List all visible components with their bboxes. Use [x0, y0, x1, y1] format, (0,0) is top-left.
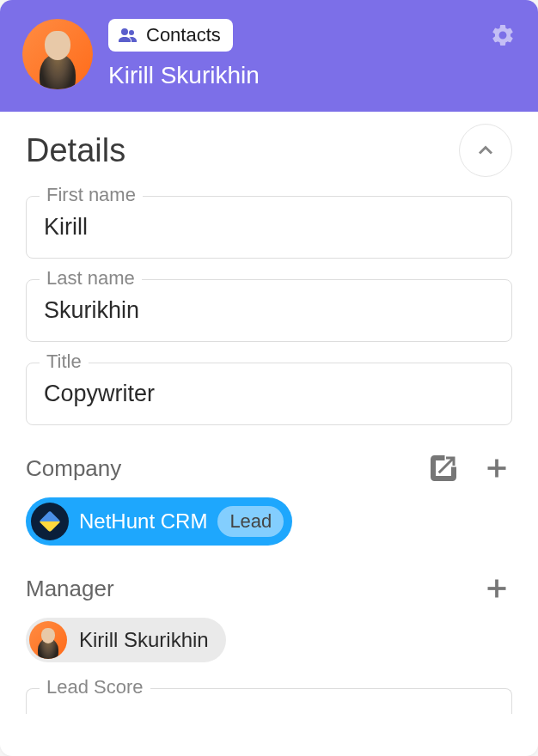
last-name-field-group: Last name: [26, 279, 512, 342]
header: Contacts Kirill Skurikhin: [0, 0, 538, 112]
company-chip[interactable]: NetHunt CRM Lead: [26, 497, 292, 546]
manager-section-title: Manager: [26, 576, 114, 602]
people-icon: [117, 25, 138, 46]
content-area: Details First name Last name Title Compa…: [0, 112, 538, 756]
chevron-up-icon: [474, 138, 498, 162]
manager-avatar: [29, 621, 67, 659]
external-link-icon: [428, 453, 459, 484]
first-name-label: First name: [40, 184, 143, 206]
plus-icon: [481, 573, 512, 604]
lead-score-label: Lead Score: [40, 676, 150, 698]
manager-section-row: Manager: [26, 573, 512, 604]
details-title: Details: [26, 132, 125, 169]
company-section-row: Company: [26, 453, 512, 484]
manager-name: Kirill Skurikhin: [79, 628, 209, 652]
contact-name: Kirill Skurikhin: [108, 62, 260, 89]
company-status: Lead: [217, 506, 284, 537]
contact-detail-card: Contacts Kirill Skurikhin Details First …: [0, 0, 538, 756]
company-actions: [428, 453, 512, 484]
lead-score-field-group: Lead Score: [26, 688, 512, 714]
title-label: Title: [40, 351, 89, 373]
gear-icon: [490, 22, 516, 48]
header-content: Contacts Kirill Skurikhin: [108, 19, 260, 89]
title-field-group: Title: [26, 363, 512, 425]
svg-point-0: [121, 28, 128, 35]
add-company-button[interactable]: [481, 453, 512, 484]
company-name: NetHunt CRM: [79, 509, 207, 533]
open-external-button[interactable]: [428, 453, 459, 484]
manager-actions: [481, 573, 512, 604]
last-name-label: Last name: [40, 267, 142, 290]
company-section-title: Company: [26, 455, 121, 482]
title-input[interactable]: [26, 363, 512, 425]
settings-button[interactable]: [490, 22, 516, 48]
add-manager-button[interactable]: [481, 573, 512, 604]
company-logo: [31, 503, 69, 540]
collapse-button[interactable]: [459, 124, 512, 177]
details-section-header: Details: [26, 124, 512, 177]
manager-chip[interactable]: Kirill Skurikhin: [26, 618, 226, 662]
plus-icon: [481, 453, 512, 484]
contacts-badge-label: Contacts: [146, 24, 221, 46]
svg-point-1: [129, 30, 134, 35]
contact-avatar[interactable]: [22, 19, 93, 89]
contacts-badge[interactable]: Contacts: [108, 19, 233, 52]
first-name-field-group: First name: [26, 196, 512, 259]
